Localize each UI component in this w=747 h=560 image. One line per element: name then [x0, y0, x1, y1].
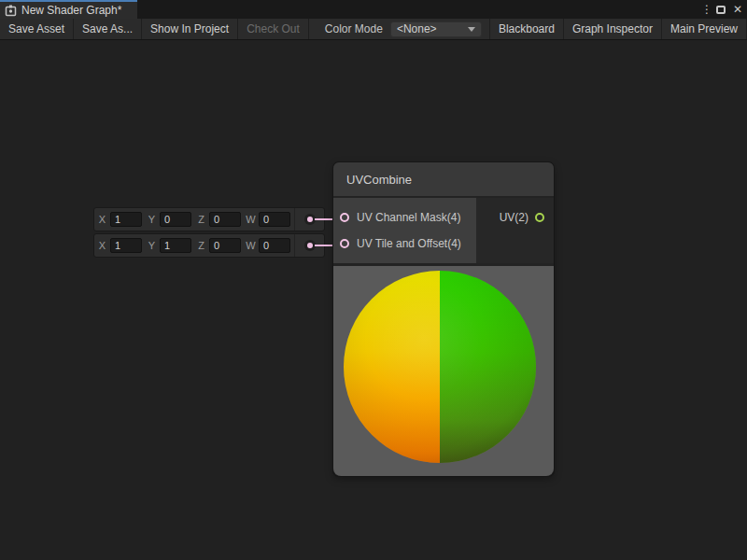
- show-in-project-button[interactable]: Show In Project: [142, 19, 238, 39]
- field-input-x[interactable]: 1: [110, 238, 142, 253]
- vector4-widget-uv-channel-mask: X 1 Y 0 Z 0 W 0: [93, 207, 325, 231]
- window-controls: ⋮ ✕: [701, 0, 742, 19]
- node-title: UVCombine: [346, 173, 412, 187]
- node-input-section: UV Channel Mask(4) UV Tile and Offset(4): [333, 198, 476, 263]
- sphere-right-half: [440, 271, 536, 463]
- field-label-y[interactable]: Y: [144, 240, 160, 251]
- node-uvcombine[interactable]: UVCombine UV Channel Mask(4) UV Tile and…: [333, 162, 554, 476]
- close-icon[interactable]: ✕: [733, 0, 742, 19]
- shader-graph-window: New Shader Graph* ⋮ ✕ Save Asset Save As…: [0, 0, 747, 560]
- input-port-row: UV Tile and Offset(4): [333, 231, 476, 257]
- field-input-y[interactable]: 1: [160, 238, 191, 253]
- kebab-menu-icon[interactable]: ⋮: [701, 0, 709, 19]
- title-bar: New Shader Graph* ⋮ ✕: [0, 0, 747, 19]
- node-output-section: UV(2): [476, 198, 554, 263]
- save-asset-button[interactable]: Save Asset: [0, 19, 74, 39]
- connector-socket: [304, 214, 316, 225]
- input-port-icon[interactable]: [340, 213, 349, 222]
- field-label-z[interactable]: Z: [193, 214, 209, 225]
- field-label-x[interactable]: X: [94, 240, 110, 251]
- field-label-z[interactable]: Z: [193, 240, 209, 251]
- field-label-y[interactable]: Y: [144, 214, 160, 225]
- shader-graph-icon: [5, 5, 17, 17]
- input-port-row: UV Channel Mask(4): [333, 204, 476, 231]
- field-input-z[interactable]: 0: [209, 212, 241, 227]
- connector-dot-icon[interactable]: [307, 217, 313, 222]
- node-title-bar[interactable]: UVCombine: [333, 162, 554, 198]
- uv-preview-sphere: [344, 271, 536, 463]
- output-port-icon[interactable]: [535, 213, 544, 222]
- field-input-y[interactable]: 0: [160, 212, 191, 227]
- field-input-w[interactable]: 0: [259, 238, 290, 253]
- field-label-w[interactable]: W: [243, 240, 259, 251]
- connector-dot-icon[interactable]: [307, 243, 313, 248]
- blackboard-button[interactable]: Blackboard: [489, 19, 564, 39]
- field-input-w[interactable]: 0: [259, 212, 290, 227]
- output-port-row: UV(2): [476, 204, 554, 231]
- tab-title: New Shader Graph*: [21, 4, 121, 17]
- chevron-down-icon: [468, 27, 475, 32]
- tab-new-shader-graph[interactable]: New Shader Graph*: [0, 0, 137, 19]
- output-port-label: UV(2): [500, 211, 529, 224]
- main-preview-button[interactable]: Main Preview: [662, 19, 747, 39]
- save-as-button[interactable]: Save As...: [74, 19, 142, 39]
- field-input-x[interactable]: 1: [110, 212, 142, 227]
- vector4-widget-uv-tile-offset: X 1 Y 1 Z 0 W 0: [93, 233, 325, 258]
- sphere-left-half: [344, 271, 440, 463]
- connector-socket: [304, 240, 316, 251]
- toolbar-spacer: [309, 19, 316, 39]
- check-out-button[interactable]: Check Out: [238, 19, 309, 39]
- input-port-icon[interactable]: [340, 239, 349, 248]
- graph-inspector-button[interactable]: Graph Inspector: [564, 19, 662, 39]
- field-label-x[interactable]: X: [94, 214, 110, 225]
- node-preview: [333, 263, 554, 476]
- node-body: UV Channel Mask(4) UV Tile and Offset(4)…: [333, 198, 554, 263]
- graph-canvas[interactable]: X 1 Y 0 Z 0 W 0 X 1 Y 1 Z 0 W 0: [0, 40, 747, 560]
- color-mode-label: Color Mode: [316, 19, 390, 39]
- maximize-icon[interactable]: [716, 6, 726, 14]
- input-port-label: UV Tile and Offset(4): [357, 237, 461, 250]
- input-port-label: UV Channel Mask(4): [357, 211, 460, 224]
- field-input-z[interactable]: 0: [209, 238, 241, 253]
- color-mode-dropdown[interactable]: <None>: [390, 21, 482, 37]
- field-label-w[interactable]: W: [243, 214, 259, 225]
- color-mode-dropdown-value: <None>: [397, 22, 437, 35]
- toolbar: Save Asset Save As... Show In Project Ch…: [0, 19, 747, 40]
